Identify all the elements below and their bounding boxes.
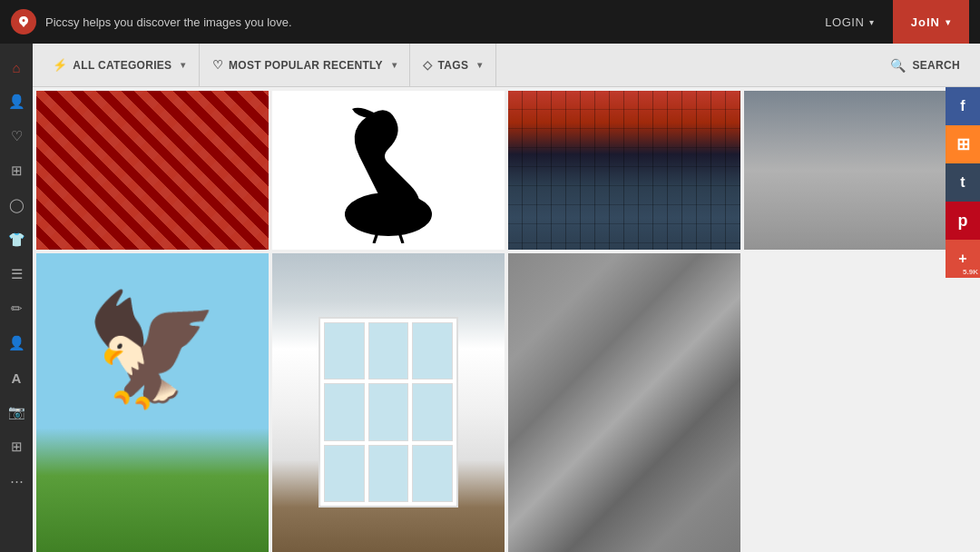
tagline: Piccsy helps you discover the images you… <box>45 15 292 29</box>
sidebar-item-fashion[interactable]: 👕 <box>0 223 33 256</box>
login-label: LOGIN <box>825 15 864 29</box>
top-bar: Piccsy helps you discover the images you… <box>0 0 980 44</box>
join-chevron-icon: ▾ <box>946 17 951 27</box>
popular-chevron-icon: ▾ <box>392 60 397 70</box>
plus-icon: + <box>958 251 966 267</box>
social-sidebar: f ⊞ t p + 5.9K <box>946 87 980 278</box>
sidebar-item-user[interactable]: 👤 <box>0 85 33 118</box>
search-icon: 🔍 <box>890 58 906 73</box>
tumblr-button[interactable]: t <box>946 163 980 202</box>
login-chevron-icon: ▾ <box>869 17 875 27</box>
search-label: SEARCH <box>913 59 960 72</box>
filter-bar: ⚡ ALL CATEGORIES ▾ ♡ MOST POPULAR RECENT… <box>33 44 980 87</box>
facebook-button[interactable]: f <box>946 87 980 125</box>
image-swan[interactable] <box>272 91 505 250</box>
sidebar-item-edit[interactable]: ✏ <box>0 292 33 325</box>
tags-chevron-icon: ▾ <box>477 60 482 70</box>
image-rug[interactable] <box>36 91 269 250</box>
eagle-emoji: 🦅 <box>84 294 220 403</box>
facebook-icon: f <box>960 98 965 114</box>
join-button[interactable]: JoIN ▾ <box>893 0 969 44</box>
tags-label: TAGS <box>438 59 469 72</box>
sidebar-item-text[interactable]: A <box>0 361 33 394</box>
plus-button[interactable]: + 5.9K <box>946 240 980 278</box>
categories-label: ALL CATEGORIES <box>73 59 172 72</box>
pinterest-button[interactable]: p <box>946 202 980 240</box>
main-content: 🦅 <box>33 87 980 552</box>
sidebar-item-heart[interactable]: ♡ <box>0 120 33 153</box>
topbar-left: Piccsy helps you discover the images you… <box>11 9 292 34</box>
tags-icon: ◇ <box>423 58 432 72</box>
sidebar-item-more[interactable]: ⋯ <box>0 465 33 498</box>
image-city1[interactable] <box>508 91 740 250</box>
plus-count: 5.9K <box>963 268 978 276</box>
tags-filter[interactable]: ◇ TAGS ▾ <box>410 44 495 87</box>
image-grid: 🦅 <box>33 87 980 552</box>
swan-svg <box>316 98 461 243</box>
mix-button[interactable]: ⊞ <box>946 125 980 163</box>
topbar-right: LOGIN ▾ JoIN ▾ <box>807 0 969 44</box>
popular-icon: ♡ <box>212 58 223 72</box>
logo[interactable] <box>11 9 36 34</box>
popular-filter[interactable]: ♡ MOST POPULAR RECENTLY ▾ <box>200 44 411 87</box>
tumblr-icon: t <box>960 174 965 191</box>
image-beach[interactable] <box>508 253 740 552</box>
popular-label: MOST POPULAR RECENTLY <box>229 59 383 72</box>
login-button[interactable]: LOGIN ▾ <box>807 0 892 44</box>
categories-chevron-icon: ▾ <box>181 60 185 70</box>
sidebar-item-camera[interactable]: 📷 <box>0 396 33 429</box>
categories-filter[interactable]: ⚡ ALL CATEGORIES ▾ <box>40 44 200 87</box>
sidebar-item-circle[interactable]: ◯ <box>0 189 33 222</box>
sidebar-item-profile[interactable]: 👤 <box>0 327 33 360</box>
mix-icon: ⊞ <box>956 134 970 154</box>
pinterest-icon: p <box>958 212 968 231</box>
sidebar-item-apps[interactable]: ⊞ <box>0 430 33 463</box>
join-label: JoIN <box>911 15 940 29</box>
image-building[interactable] <box>272 253 505 552</box>
image-city2[interactable] <box>744 91 976 250</box>
sidebar-item-grid[interactable]: ⊞ <box>0 154 33 187</box>
sidebar-item-home[interactable]: ⌂ <box>0 51 33 84</box>
image-eagle[interactable]: 🦅 <box>36 253 269 552</box>
sidebar: ⌂ 👤 ♡ ⊞ ◯ 👕 ☰ ✏ 👤 A 📷 ⊞ ⋯ <box>0 44 33 552</box>
categories-icon: ⚡ <box>53 58 67 72</box>
search-area[interactable]: 🔍 SEARCH <box>877 58 973 73</box>
sidebar-item-list[interactable]: ☰ <box>0 258 33 291</box>
